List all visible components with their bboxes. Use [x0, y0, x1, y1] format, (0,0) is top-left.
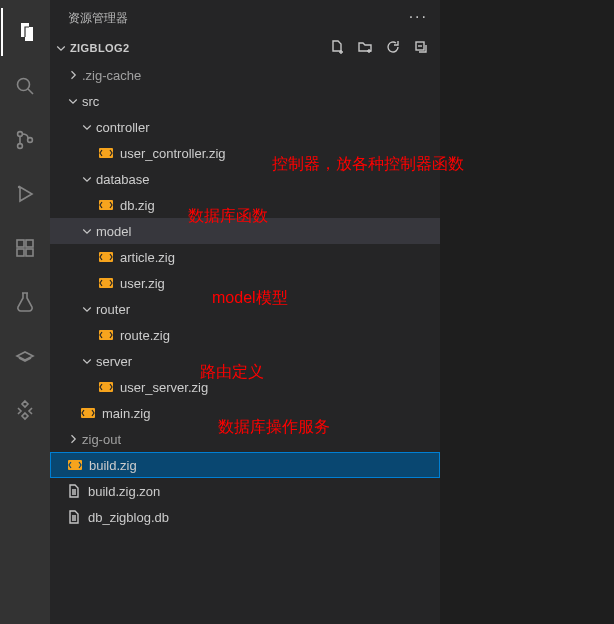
file-user-server-zig[interactable]: user_server.zig: [50, 374, 440, 400]
file-label: route.zig: [120, 328, 170, 343]
activity-bar: [0, 0, 50, 624]
file-label: user_controller.zig: [120, 146, 226, 161]
explorer-actions: [328, 38, 430, 56]
explorer-more-icon[interactable]: ···: [409, 8, 428, 26]
svg-rect-7: [17, 249, 24, 256]
testing-tab-icon[interactable]: [1, 278, 49, 326]
svg-rect-8: [26, 249, 33, 256]
folder-label: router: [96, 302, 130, 317]
search-tab-icon[interactable]: [1, 62, 49, 110]
svg-rect-13: [99, 278, 113, 288]
svg-rect-6: [26, 240, 33, 247]
file-route-zig[interactable]: route.zig: [50, 322, 440, 348]
folder-label: .zig-cache: [82, 68, 141, 83]
chevron-down-icon: [66, 94, 80, 108]
folder-zig-out[interactable]: zig-out: [50, 426, 440, 452]
zig-file-icon: [98, 379, 114, 395]
file-article-zig[interactable]: article.zig: [50, 244, 440, 270]
file-build-zig[interactable]: build.zig: [50, 452, 440, 478]
svg-rect-14: [99, 330, 113, 340]
folder-zig-cache[interactable]: .zig-cache: [50, 62, 440, 88]
generic-file-icon: [66, 483, 82, 499]
svg-rect-17: [68, 460, 82, 470]
new-file-icon[interactable]: [328, 38, 346, 56]
folder-server[interactable]: server: [50, 348, 440, 374]
svg-point-0: [18, 79, 30, 91]
zig-file-icon: [98, 145, 114, 161]
file-label: main.zig: [102, 406, 150, 421]
run-debug-tab-icon[interactable]: [1, 170, 49, 218]
folder-label: zig-out: [82, 432, 121, 447]
folder-label: controller: [96, 120, 149, 135]
svg-rect-12: [99, 252, 113, 262]
zig-file-icon: [80, 405, 96, 421]
zig-file-icon: [98, 275, 114, 291]
svg-point-2: [18, 144, 23, 149]
zig-file-icon: [67, 457, 83, 473]
folder-router[interactable]: router: [50, 296, 440, 322]
file-label: user.zig: [120, 276, 165, 291]
folder-label: model: [96, 224, 131, 239]
folder-src[interactable]: src: [50, 88, 440, 114]
explorer-title: 资源管理器: [68, 10, 128, 27]
svg-rect-16: [81, 408, 95, 418]
zig-file-icon: [98, 197, 114, 213]
chevron-down-icon: [80, 224, 94, 238]
misc-tab-icon-2[interactable]: [1, 386, 49, 434]
file-label: db.zig: [120, 198, 155, 213]
chevron-down-icon: [80, 302, 94, 316]
chevron-right-icon: [66, 432, 80, 446]
file-user-zig[interactable]: user.zig: [50, 270, 440, 296]
file-label: article.zig: [120, 250, 175, 265]
file-db-zig[interactable]: db.zig: [50, 192, 440, 218]
explorer-sidebar: 资源管理器 ··· ZIGBLOG2 .zig-cache src contro…: [50, 0, 440, 624]
svg-rect-11: [99, 200, 113, 210]
extensions-tab-icon[interactable]: [1, 224, 49, 272]
file-label: build.zig.zon: [88, 484, 160, 499]
folder-label: database: [96, 172, 150, 187]
chevron-down-icon[interactable]: [54, 41, 68, 55]
folder-model[interactable]: model: [50, 218, 440, 244]
file-label: user_server.zig: [120, 380, 208, 395]
refresh-icon[interactable]: [384, 38, 402, 56]
file-label: build.zig: [89, 458, 137, 473]
file-tree: .zig-cache src controller user_controlle…: [50, 60, 440, 530]
file-main-zig[interactable]: main.zig: [50, 400, 440, 426]
collapse-all-icon[interactable]: [412, 38, 430, 56]
zig-file-icon: [98, 249, 114, 265]
folder-label: src: [82, 94, 99, 109]
project-name: ZIGBLOG2: [70, 42, 129, 54]
source-control-tab-icon[interactable]: [1, 116, 49, 164]
folder-database[interactable]: database: [50, 166, 440, 192]
chevron-right-icon: [66, 68, 80, 82]
zig-file-icon: [98, 327, 114, 343]
file-label: db_zigblog.db: [88, 510, 169, 525]
svg-point-3: [28, 138, 33, 143]
svg-rect-15: [99, 382, 113, 392]
folder-label: server: [96, 354, 132, 369]
generic-file-icon: [66, 509, 82, 525]
explorer-tab-icon[interactable]: [1, 8, 49, 56]
folder-controller[interactable]: controller: [50, 114, 440, 140]
file-build-zig-zon[interactable]: build.zig.zon: [50, 478, 440, 504]
editor-area: [440, 0, 614, 624]
file-user-controller[interactable]: user_controller.zig: [50, 140, 440, 166]
misc-tab-icon-1[interactable]: [1, 332, 49, 380]
svg-point-1: [18, 132, 23, 137]
new-folder-icon[interactable]: [356, 38, 374, 56]
svg-point-4: [18, 186, 20, 188]
chevron-down-icon: [80, 120, 94, 134]
chevron-down-icon: [80, 354, 94, 368]
svg-rect-10: [99, 148, 113, 158]
chevron-down-icon: [80, 172, 94, 186]
file-db-zigblog[interactable]: db_zigblog.db: [50, 504, 440, 530]
svg-rect-5: [17, 240, 24, 247]
